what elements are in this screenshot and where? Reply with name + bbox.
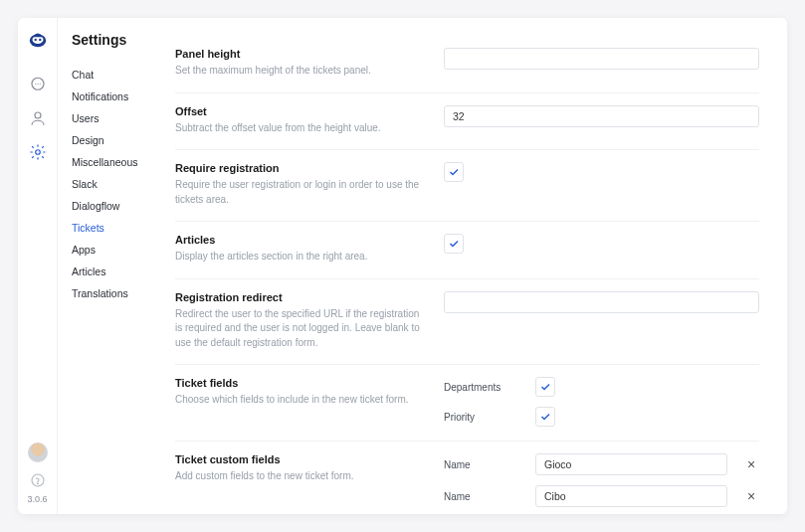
section-desc: Display the articles section in the righ… [175, 250, 424, 265]
section-title: Articles [175, 234, 424, 246]
page-title: Settings [72, 32, 157, 48]
remove-icon[interactable]: × [743, 456, 759, 472]
sidebar-item-translations[interactable]: Translations [72, 282, 157, 304]
section-ticket-fields: Ticket fields Choose which fields to inc… [175, 365, 759, 442]
section-require-registration: Require registration Require the user re… [175, 150, 759, 222]
field-label: Departments [444, 382, 523, 393]
sidebar-item-chat[interactable]: Chat [72, 64, 157, 86]
require-registration-checkbox[interactable] [444, 162, 464, 182]
version-label: 3.0.6 [27, 494, 47, 504]
section-title: Ticket fields [175, 377, 424, 389]
sidebar: Settings Chat Notifications Users Design… [58, 18, 157, 514]
departments-checkbox[interactable] [535, 377, 555, 397]
sidebar-item-articles[interactable]: Articles [72, 261, 157, 282]
section-desc: Add custom fields to the new ticket form… [175, 469, 424, 484]
section-offset: Offset Subtract the offset value from th… [175, 93, 759, 151]
field-label: Name [444, 459, 523, 470]
svg-point-8 [37, 483, 38, 484]
section-title: Offset [175, 105, 424, 117]
priority-checkbox[interactable] [535, 407, 555, 427]
section-articles: Articles Display the articles section in… [175, 222, 759, 279]
custom-field-name-input[interactable] [535, 453, 727, 475]
settings-icon[interactable] [29, 143, 47, 161]
section-desc: Redirect the user to the specified URL i… [175, 307, 424, 351]
section-registration-redirect: Registration redirect Redirect the user … [175, 279, 759, 366]
field-label: Name [444, 491, 523, 502]
avatar[interactable] [28, 443, 48, 462]
sidebar-item-dialogflow[interactable]: Dialogflow [72, 195, 157, 217]
sidebar-item-slack[interactable]: Slack [72, 173, 157, 195]
users-icon[interactable] [29, 109, 47, 127]
section-desc: Choose which fields to include in the ne… [175, 393, 424, 408]
custom-field-name-input[interactable] [535, 485, 727, 507]
sidebar-item-design[interactable]: Design [72, 129, 157, 151]
section-desc: Require the user registration or login i… [175, 178, 424, 207]
sidebar-item-users[interactable]: Users [72, 107, 157, 129]
svg-point-3 [39, 39, 41, 41]
section-desc: Subtract the offset value from the heigh… [175, 121, 424, 136]
articles-checkbox[interactable] [444, 234, 464, 254]
icon-rail: 3.0.6 [18, 18, 58, 514]
svg-point-6 [35, 150, 40, 155]
section-ticket-custom-fields: Ticket custom fields Add custom fields t… [175, 442, 759, 514]
panel-height-input[interactable] [444, 48, 759, 70]
svg-point-5 [35, 112, 41, 118]
settings-main: Panel height Set the maximum height of t… [157, 18, 787, 514]
help-icon[interactable] [30, 472, 46, 488]
sidebar-item-notifications[interactable]: Notifications [72, 86, 157, 107]
section-desc: Set the maximum height of the tickets pa… [175, 64, 424, 79]
offset-input[interactable] [444, 105, 759, 127]
app-logo-icon [27, 28, 49, 50]
sidebar-item-apps[interactable]: Apps [72, 239, 157, 261]
section-title: Ticket custom fields [175, 453, 424, 465]
section-title: Panel height [175, 48, 424, 60]
section-panel-height: Panel height Set the maximum height of t… [175, 36, 759, 93]
sidebar-item-tickets[interactable]: Tickets [72, 217, 157, 239]
field-label: Priority [444, 412, 523, 423]
registration-redirect-input[interactable] [444, 291, 759, 313]
section-title: Registration redirect [175, 291, 424, 303]
messages-icon[interactable] [29, 76, 47, 93]
remove-icon[interactable]: × [743, 488, 759, 504]
svg-point-2 [34, 39, 36, 41]
section-title: Require registration [175, 162, 424, 174]
sidebar-item-miscellaneous[interactable]: Miscellaneous [72, 151, 157, 173]
